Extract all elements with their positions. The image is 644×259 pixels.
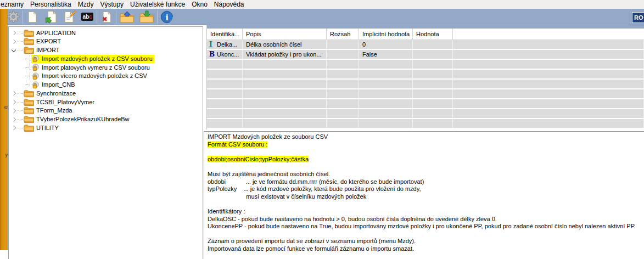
table-row-empty: [207, 60, 644, 69]
toolbar: abc: [0, 9, 644, 25]
tree-item-label: Import vícero mzdových položek z CSV: [42, 72, 147, 80]
tree-item-import-cnb[interactable]: Import_CNB: [9, 81, 77, 89]
description-line: obdobi ... je ve formátu dd.mm.rrrr (měs…: [208, 178, 424, 185]
description-line: Musí být zajištěna jedinečnost osobních …: [208, 171, 330, 177]
menu-bar: eznamy Personalistika Mzdy Výstupy Uživa…: [0, 0, 644, 9]
tree-item-label: APPLICATION: [36, 29, 76, 37]
folder-icon: [24, 29, 34, 37]
export-functions-button[interactable]: [138, 9, 155, 25]
folder-icon: [24, 124, 34, 132]
folder-export-icon: [139, 10, 154, 24]
chevron-right-icon[interactable]: [12, 117, 16, 121]
tree-item-import[interactable]: IMPORT: [9, 46, 60, 55]
description-line: IMPORT Mzdových položek ze souboru CSV: [208, 133, 328, 140]
svg-text:i: i: [165, 12, 169, 22]
param-popis: Délka osobních čísel: [243, 40, 327, 49]
side-tab-bar[interactable]: st y: [0, 9, 8, 250]
tree-item-import-platovych-vymeru[interactable]: Import platovych vymeru z CSV souboru: [9, 63, 152, 72]
description-line: DelkaOSC - pokud bude nastaveno na hodno…: [208, 216, 497, 222]
tree-item-tvyberpolozek[interactable]: TVyberPolozekPrikazuKUhradeBw: [9, 115, 130, 124]
info-button[interactable]: i: [159, 9, 175, 25]
functions-tree: APPLICATION EXPORT IMPORT: [8, 26, 203, 259]
folder-icon: [24, 89, 34, 98]
param-implicitni-hodnota: 0: [359, 40, 413, 49]
description-line: typPolozky ... je kód mzdové položky, kt…: [208, 185, 421, 192]
chevron-right-icon[interactable]: [12, 39, 16, 43]
column-header-implicitni-hodnota[interactable]: Implicitní hodnota: [359, 29, 413, 40]
function-description-panel[interactable]: IMPORT Mzdových položek ze souboru CSV F…: [204, 131, 644, 259]
delete-record-button[interactable]: [99, 9, 114, 25]
tree-item-label: Import platovych vymeru z CSV souboru: [42, 64, 150, 72]
description-line: Importovaná data lze pomocí funkce ve fo…: [208, 245, 414, 252]
tree-connector: [18, 128, 23, 128]
edit-document-icon: [63, 10, 76, 24]
param-implicitni-hodnota: False: [359, 50, 413, 59]
description-line: UkoncenePP - pokud bude nastaveno na Tru…: [208, 223, 636, 229]
delete-document-icon: [100, 10, 113, 24]
chevron-down-icon[interactable]: [12, 47, 16, 52]
table-row-empty: [207, 119, 644, 128]
tree-item-export[interactable]: EXPORT: [9, 37, 61, 46]
rename-button[interactable]: abc: [80, 9, 95, 25]
param-identifier: Ukonc...: [217, 51, 239, 58]
description-line: Záznam o provedení importu dat se zobraz…: [208, 238, 416, 244]
new-document-icon: [26, 10, 38, 24]
tree-item-application[interactable]: APPLICATION: [9, 29, 76, 37]
table-row-empty: [207, 89, 644, 98]
param-filler: [453, 50, 644, 59]
tree-item-label: UTILITY: [36, 124, 59, 132]
column-header-filler: [453, 29, 644, 40]
column-header-popis[interactable]: Popis: [243, 29, 327, 40]
type-integer-icon: I: [209, 41, 217, 48]
menu-seznamy[interactable]: eznamy: [0, 0, 27, 9]
tree-connector: [18, 93, 23, 94]
new-record-button[interactable]: [25, 9, 40, 25]
column-header-hodnota[interactable]: Hodnota: [413, 29, 453, 40]
function-lock-icon: [32, 64, 40, 71]
chevron-right-icon[interactable]: [12, 126, 16, 130]
table-row[interactable]: BUkonc... Vkládat položky i pro ukon... …: [207, 50, 644, 59]
tree-item-tcsbi-platovyvymer[interactable]: TCSBI_PlatovyVymer: [9, 98, 94, 106]
tree-item-utility[interactable]: UTILITY: [9, 123, 59, 132]
toolbar-separator: [23, 10, 23, 24]
info-icon: i: [160, 10, 173, 24]
param-hodnota[interactable]: [413, 40, 453, 49]
description-line: Identifikátory :: [208, 208, 245, 215]
tree-item-import-mzdovych-polozek[interactable]: Import mzdových položek z CSV souboru: [9, 54, 154, 63]
menu-uzivatelske-funkce[interactable]: Uživatelské funkce: [127, 0, 188, 9]
menu-okno[interactable]: Okno: [188, 0, 211, 9]
rok-button[interactable]: RO: [632, 12, 644, 23]
menu-vystupy[interactable]: Výstupy: [97, 0, 127, 9]
tree-item-label: Import mzdových položek z CSV souboru: [42, 55, 153, 63]
chevron-right-icon[interactable]: [12, 100, 16, 104]
folder-icon: [24, 37, 34, 46]
settings-button[interactable]: [5, 9, 21, 25]
tree-item-content: Import vícero mzdových položek z CSV: [31, 72, 149, 80]
param-rozsah: [327, 50, 359, 59]
table-row[interactable]: IDelka... Délka osobních čísel 0: [207, 40, 644, 49]
copy-record-button[interactable]: [43, 9, 59, 25]
param-rozsah: [327, 40, 359, 49]
menu-personalistika[interactable]: Personalistika: [27, 0, 75, 9]
edit-record-button[interactable]: [62, 9, 77, 25]
menu-napoveda[interactable]: Nápověda: [211, 0, 248, 9]
chevron-right-icon[interactable]: [12, 108, 16, 112]
tree-item-synchronizace[interactable]: Synchronizace: [9, 89, 76, 98]
tree-item-import-vicero[interactable]: Import vícero mzdových položek z CSV: [9, 72, 149, 81]
tree-connector: [18, 110, 23, 111]
chevron-right-icon[interactable]: [12, 91, 16, 95]
tree-item-label: IMPORT: [36, 46, 60, 54]
side-tab-text-fragment: y: [5, 153, 8, 157]
tree-connector: [25, 76, 30, 76]
param-popis: Vkládat položky i pro ukon...: [243, 50, 327, 59]
import-functions-button[interactable]: [118, 9, 136, 25]
table-row-empty: [207, 99, 644, 108]
chevron-right-icon[interactable]: [12, 31, 16, 35]
menu-mzdy[interactable]: Mzdy: [75, 0, 97, 9]
column-header-identifikator[interactable]: Identifiká...: [207, 29, 243, 40]
tree-item-tform-mzda[interactable]: TForm_Mzda: [9, 106, 72, 115]
column-header-rozsah[interactable]: Rozsah: [327, 29, 359, 40]
table-header: Identifiká... Popis Rozsah Implicitní ho…: [207, 29, 644, 40]
parameters-table: Identifiká... Popis Rozsah Implicitní ho…: [206, 25, 644, 130]
param-hodnota[interactable]: [413, 50, 453, 59]
